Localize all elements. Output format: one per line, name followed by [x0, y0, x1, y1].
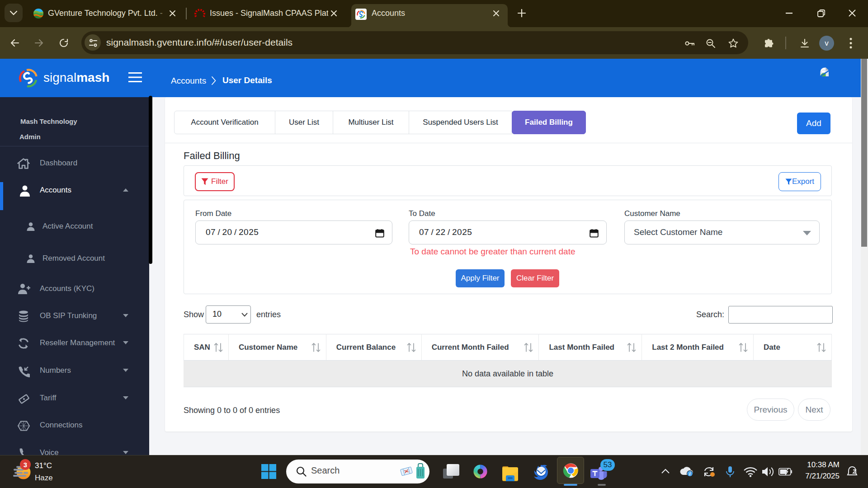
svg-text:i: i	[689, 471, 691, 476]
